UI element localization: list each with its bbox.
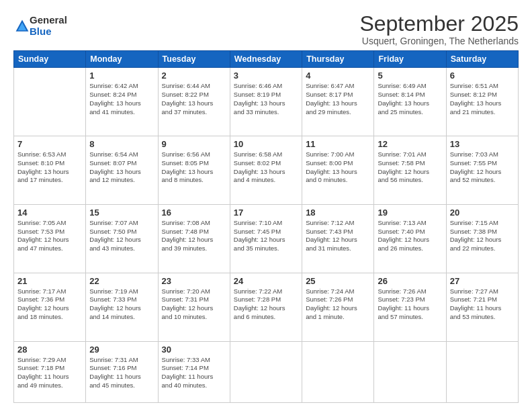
day-info: Sunrise: 6:56 AM Sunset: 8:05 PM Dayligh… [162,150,226,185]
table-row: 22Sunrise: 7:19 AM Sunset: 7:33 PM Dayli… [86,273,158,341]
day-number: 9 [162,139,226,149]
day-info: Sunrise: 7:08 AM Sunset: 7:48 PM Dayligh… [162,219,226,253]
day-number: 13 [450,139,515,149]
table-row: 8Sunrise: 6:54 AM Sunset: 8:07 PM Daylig… [86,136,158,205]
day-number: 23 [162,276,226,286]
table-row: 11Sunrise: 7:00 AM Sunset: 8:00 PM Dayli… [302,136,374,205]
day-number: 15 [89,208,154,218]
day-info: Sunrise: 7:22 AM Sunset: 7:28 PM Dayligh… [234,287,298,322]
day-number: 22 [89,276,154,286]
table-row: 15Sunrise: 7:07 AM Sunset: 7:50 PM Dayli… [86,204,158,273]
day-info: Sunrise: 7:15 AM Sunset: 7:38 PM Dayligh… [450,219,515,253]
table-row: 1Sunrise: 6:42 AM Sunset: 8:24 PM Daylig… [86,68,158,136]
logo-general: General [30,14,67,26]
col-sunday: Sunday [14,51,86,68]
page: General Blue September 2025 Usquert, Gro… [0,0,532,411]
table-row: 30Sunrise: 7:33 AM Sunset: 7:14 PM Dayli… [158,341,230,403]
day-info: Sunrise: 7:03 AM Sunset: 7:55 PM Dayligh… [450,150,515,185]
logo-text: General Blue [30,15,67,37]
day-number: 5 [378,71,442,81]
day-info: Sunrise: 6:53 AM Sunset: 8:10 PM Dayligh… [17,150,82,185]
table-row: 18Sunrise: 7:12 AM Sunset: 7:43 PM Dayli… [302,204,374,273]
day-number: 10 [234,139,298,149]
day-info: Sunrise: 7:27 AM Sunset: 7:21 PM Dayligh… [450,287,515,322]
day-number: 26 [378,276,442,286]
day-info: Sunrise: 6:51 AM Sunset: 8:12 PM Dayligh… [450,82,515,116]
day-number: 30 [162,345,226,355]
day-info: Sunrise: 7:07 AM Sunset: 7:50 PM Dayligh… [89,219,154,253]
day-number: 20 [450,208,515,218]
day-number: 27 [450,276,515,286]
col-tuesday: Tuesday [158,51,230,68]
day-number: 8 [89,139,154,149]
day-info: Sunrise: 6:42 AM Sunset: 8:24 PM Dayligh… [89,82,154,116]
day-number: 1 [89,71,154,81]
calendar-table: Sunday Monday Tuesday Wednesday Thursday… [13,50,519,403]
day-number: 14 [17,208,82,218]
table-row: 10Sunrise: 6:58 AM Sunset: 8:02 PM Dayli… [230,136,302,205]
day-number: 7 [17,139,82,149]
table-row: 24Sunrise: 7:22 AM Sunset: 7:28 PM Dayli… [230,273,302,341]
table-row: 7Sunrise: 6:53 AM Sunset: 8:10 PM Daylig… [14,136,86,205]
col-friday: Friday [374,51,446,68]
day-info: Sunrise: 7:24 AM Sunset: 7:26 PM Dayligh… [306,287,370,322]
col-thursday: Thursday [302,51,374,68]
day-info: Sunrise: 7:05 AM Sunset: 7:53 PM Dayligh… [17,219,82,253]
table-row: 19Sunrise: 7:13 AM Sunset: 7:40 PM Dayli… [374,204,446,273]
day-number: 2 [162,71,226,81]
day-info: Sunrise: 6:49 AM Sunset: 8:14 PM Dayligh… [378,82,442,116]
table-row: 21Sunrise: 7:17 AM Sunset: 7:36 PM Dayli… [14,273,86,341]
day-number: 11 [306,139,370,149]
table-row: 26Sunrise: 7:26 AM Sunset: 7:23 PM Dayli… [374,273,446,341]
table-row: 5Sunrise: 6:49 AM Sunset: 8:14 PM Daylig… [374,68,446,136]
table-row: 13Sunrise: 7:03 AM Sunset: 7:55 PM Dayli… [446,136,518,205]
day-number: 28 [17,345,82,355]
day-number: 3 [234,71,298,81]
table-row: 23Sunrise: 7:20 AM Sunset: 7:31 PM Dayli… [158,273,230,341]
day-number: 16 [162,208,226,218]
day-info: Sunrise: 7:33 AM Sunset: 7:14 PM Dayligh… [162,356,226,390]
day-number: 6 [450,71,515,81]
table-row: 14Sunrise: 7:05 AM Sunset: 7:53 PM Dayli… [14,204,86,273]
table-row: 3Sunrise: 6:46 AM Sunset: 8:19 PM Daylig… [230,68,302,136]
table-row: 27Sunrise: 7:27 AM Sunset: 7:21 PM Dayli… [446,273,518,341]
day-number: 18 [306,208,370,218]
day-info: Sunrise: 6:46 AM Sunset: 8:19 PM Dayligh… [234,82,298,116]
day-info: Sunrise: 7:00 AM Sunset: 8:00 PM Dayligh… [306,150,370,185]
day-info: Sunrise: 7:17 AM Sunset: 7:36 PM Dayligh… [17,287,82,322]
table-row [446,341,518,403]
table-row: 6Sunrise: 6:51 AM Sunset: 8:12 PM Daylig… [446,68,518,136]
day-info: Sunrise: 6:47 AM Sunset: 8:17 PM Dayligh… [306,82,370,116]
day-info: Sunrise: 7:10 AM Sunset: 7:45 PM Dayligh… [234,219,298,253]
day-info: Sunrise: 7:29 AM Sunset: 7:18 PM Dayligh… [17,356,82,390]
day-info: Sunrise: 7:20 AM Sunset: 7:31 PM Dayligh… [162,287,226,322]
table-row: 20Sunrise: 7:15 AM Sunset: 7:38 PM Dayli… [446,204,518,273]
calendar-header-row: Sunday Monday Tuesday Wednesday Thursday… [14,51,519,68]
logo-icon [15,19,30,34]
table-row: 28Sunrise: 7:29 AM Sunset: 7:18 PM Dayli… [14,341,86,403]
title-block: September 2025 Usquert, Groningen, The N… [359,12,519,46]
day-info: Sunrise: 7:12 AM Sunset: 7:43 PM Dayligh… [306,219,370,253]
table-row [374,341,446,403]
day-number: 17 [234,208,298,218]
month-title: September 2025 [359,12,519,36]
table-row: 12Sunrise: 7:01 AM Sunset: 7:58 PM Dayli… [374,136,446,205]
day-number: 4 [306,71,370,81]
header: General Blue September 2025 Usquert, Gro… [13,12,519,46]
table-row: 29Sunrise: 7:31 AM Sunset: 7:16 PM Dayli… [86,341,158,403]
table-row: 4Sunrise: 6:47 AM Sunset: 8:17 PM Daylig… [302,68,374,136]
col-wednesday: Wednesday [230,51,302,68]
logo: General Blue [13,15,67,37]
table-row: 25Sunrise: 7:24 AM Sunset: 7:26 PM Dayli… [302,273,374,341]
table-row [302,341,374,403]
day-info: Sunrise: 7:26 AM Sunset: 7:23 PM Dayligh… [378,287,442,322]
day-info: Sunrise: 7:01 AM Sunset: 7:58 PM Dayligh… [378,150,442,185]
table-row: 2Sunrise: 6:44 AM Sunset: 8:22 PM Daylig… [158,68,230,136]
col-saturday: Saturday [446,51,518,68]
col-monday: Monday [86,51,158,68]
table-row: 9Sunrise: 6:56 AM Sunset: 8:05 PM Daylig… [158,136,230,205]
day-number: 12 [378,139,442,149]
table-row [230,341,302,403]
day-info: Sunrise: 6:54 AM Sunset: 8:07 PM Dayligh… [89,150,154,185]
day-number: 21 [17,276,82,286]
